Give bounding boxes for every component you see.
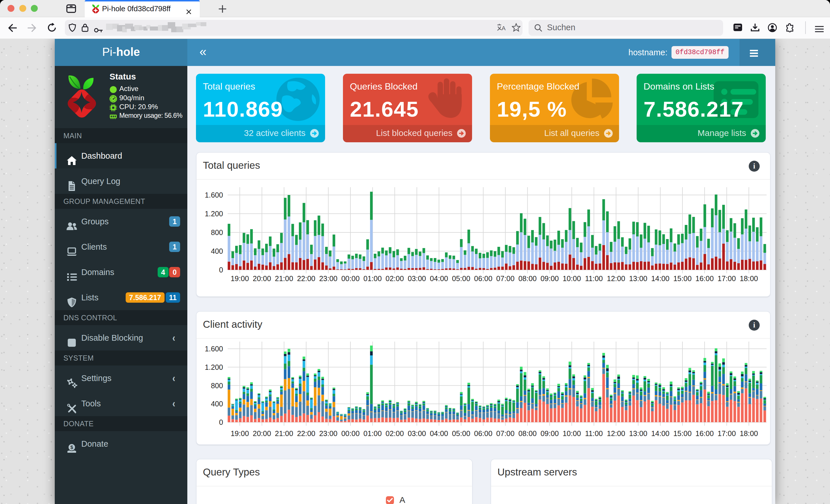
svg-text:14:00: 14:00 <box>651 274 669 282</box>
svg-text:18:00: 18:00 <box>740 274 758 282</box>
svg-text:05:00: 05:00 <box>452 274 470 282</box>
svg-text:20:00: 20:00 <box>253 429 271 437</box>
svg-text:10:00: 10:00 <box>563 274 581 282</box>
svg-text:19:00: 19:00 <box>230 274 249 282</box>
svg-text:00:00: 00:00 <box>341 274 360 282</box>
svg-text:800: 800 <box>211 228 223 236</box>
svg-text:1.600: 1.600 <box>204 191 223 199</box>
svg-text:08:00: 08:00 <box>518 274 537 282</box>
svg-text:21:00: 21:00 <box>275 429 293 437</box>
svg-text:07:00: 07:00 <box>496 274 515 282</box>
svg-text:03:00: 03:00 <box>408 429 426 437</box>
svg-text:0: 0 <box>219 266 223 274</box>
svg-text:A: A <box>502 25 506 31</box>
svg-text:14:00: 14:00 <box>651 429 669 437</box>
svg-text:15:00: 15:00 <box>673 274 692 282</box>
svg-text:12:00: 12:00 <box>607 274 626 282</box>
svg-text:23:00: 23:00 <box>319 274 338 282</box>
svg-text:04:00: 04:00 <box>430 429 448 437</box>
svg-text:06:00: 06:00 <box>474 429 492 437</box>
svg-text:400: 400 <box>211 400 223 408</box>
svg-text:10:00: 10:00 <box>563 429 581 437</box>
svg-text:11:00: 11:00 <box>585 274 603 282</box>
svg-text:18:00: 18:00 <box>740 429 758 437</box>
svg-text:400: 400 <box>211 247 223 255</box>
svg-text:21:00: 21:00 <box>275 274 293 282</box>
svg-text:13:00: 13:00 <box>629 274 647 282</box>
svg-text:09:00: 09:00 <box>540 429 559 437</box>
svg-text:1.200: 1.200 <box>204 363 223 371</box>
svg-text:800: 800 <box>211 381 223 390</box>
svg-text:22:00: 22:00 <box>297 429 316 437</box>
svg-text:08:00: 08:00 <box>518 429 537 437</box>
svg-text:11:00: 11:00 <box>585 429 603 437</box>
svg-text:23:00: 23:00 <box>319 429 338 437</box>
svg-text:02:00: 02:00 <box>386 274 404 282</box>
svg-text:20:00: 20:00 <box>253 274 271 282</box>
svg-text:13:00: 13:00 <box>629 429 647 437</box>
svg-text:19:00: 19:00 <box>230 429 249 437</box>
svg-text:$: $ <box>70 445 73 450</box>
svg-text:01:00: 01:00 <box>363 274 382 282</box>
svg-text:17:00: 17:00 <box>717 274 736 282</box>
svg-text:09:00: 09:00 <box>540 274 559 282</box>
svg-text:07:00: 07:00 <box>496 429 515 437</box>
svg-text:17:00: 17:00 <box>717 429 736 437</box>
svg-text:15:00: 15:00 <box>673 429 692 437</box>
svg-text:22:00: 22:00 <box>297 274 316 282</box>
svg-text:04:00: 04:00 <box>430 274 448 282</box>
svg-text:05:00: 05:00 <box>452 429 470 437</box>
svg-text:16:00: 16:00 <box>695 429 714 437</box>
svg-text:12:00: 12:00 <box>607 429 626 437</box>
svg-text:03:00: 03:00 <box>408 274 426 282</box>
svg-text:0: 0 <box>219 418 223 426</box>
svg-text:06:00: 06:00 <box>474 274 492 282</box>
svg-text:1.600: 1.600 <box>204 345 223 353</box>
svg-text:1.200: 1.200 <box>204 210 223 218</box>
svg-text:01:00: 01:00 <box>363 429 382 437</box>
svg-text:00:00: 00:00 <box>341 429 360 437</box>
svg-text:16:00: 16:00 <box>695 274 714 282</box>
svg-text:02:00: 02:00 <box>386 429 404 437</box>
